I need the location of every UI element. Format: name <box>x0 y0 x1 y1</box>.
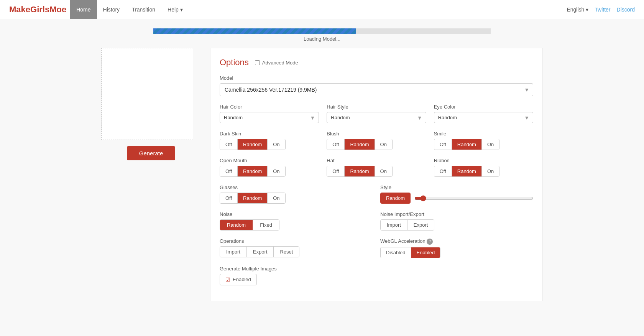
dark-skin-on-btn[interactable]: On <box>268 139 285 150</box>
progress-bar-container <box>153 28 491 34</box>
ops-webgl-row: Operations Import Export Reset WebGL Acc… <box>220 238 533 258</box>
ribbon-random-btn[interactable]: Random <box>452 166 482 176</box>
main-layout: Generate Options Advanced Mode Model Cam… <box>92 42 552 307</box>
style-control: Random <box>380 193 533 204</box>
webgl-field: WebGL Acceleration ? Disabled Enabled <box>380 238 533 258</box>
smile-random-btn[interactable]: Random <box>452 139 482 150</box>
glasses-toggle-group: Off Random On <box>220 193 286 204</box>
style-label: Style <box>380 184 533 190</box>
hair-style-label: Hair Style <box>327 104 426 110</box>
ribbon-field: Ribbon Off Random On <box>434 158 533 177</box>
dark-skin-field: Dark Skin Off Random On <box>220 131 319 150</box>
blush-toggle-group: Off Random On <box>327 139 393 150</box>
noise-toggle-group: Random Fixed <box>220 219 279 231</box>
nav-transition[interactable]: Transition <box>126 0 161 19</box>
operations-label: Operations <box>220 238 373 244</box>
ribbon-toggle-group: Off Random On <box>434 166 500 177</box>
nav-home[interactable]: Home <box>70 0 97 19</box>
noise-import-export-group: Import Export <box>380 219 434 231</box>
style-random-btn[interactable]: Random <box>380 193 411 204</box>
nav-history[interactable]: History <box>97 0 126 19</box>
ribbon-on-btn[interactable]: On <box>482 166 499 176</box>
dark-skin-off-btn[interactable]: Off <box>220 139 238 150</box>
webgl-help-icon[interactable]: ? <box>427 239 433 245</box>
discord-link[interactable]: Discord <box>617 7 635 13</box>
eye-color-field: Eye Color Random ▼ <box>434 104 533 123</box>
nav-help[interactable]: Help ▾ <box>161 0 189 19</box>
blush-label: Blush <box>327 131 426 137</box>
smile-off-btn[interactable]: Off <box>434 139 452 150</box>
smile-toggle-group: Off Random On <box>434 139 500 150</box>
style-field: Style Random <box>380 184 533 204</box>
open-mouth-on-btn[interactable]: On <box>268 166 285 176</box>
hair-color-field: Hair Color Random ▼ <box>220 104 319 123</box>
dark-skin-label: Dark Skin <box>220 131 319 137</box>
hair-style-select[interactable]: Random <box>327 112 426 123</box>
gen-multiple-label: Generate Multiple Images <box>220 266 533 272</box>
smile-field: Smile Off Random On <box>434 131 533 150</box>
twitter-link[interactable]: Twitter <box>595 7 610 13</box>
webgl-label: WebGL Acceleration ? <box>380 238 533 245</box>
eye-color-label: Eye Color <box>434 104 533 110</box>
noise-import-export-field: Noise Import/Export Import Export <box>380 211 533 231</box>
skin-blush-smile-row: Dark Skin Off Random On Blush Off Random… <box>220 131 533 150</box>
glasses-style-row: Glasses Off Random On Style Random <box>220 184 533 204</box>
hat-random-btn[interactable]: Random <box>345 166 375 176</box>
gen-multiple-btn[interactable]: ☑ Enabled <box>220 274 257 285</box>
open-mouth-off-btn[interactable]: Off <box>220 166 238 176</box>
check-icon: ☑ <box>225 277 230 283</box>
style-slider[interactable] <box>414 195 533 201</box>
noise-random-btn[interactable]: Random <box>220 220 253 230</box>
language-label: English <box>567 7 584 13</box>
generate-button[interactable]: Generate <box>127 146 176 160</box>
eye-color-dropdown-wrapper: Random ▼ <box>434 112 533 123</box>
glasses-random-btn[interactable]: Random <box>238 193 268 203</box>
hat-field: Hat Off Random On <box>327 158 426 177</box>
hat-label: Hat <box>327 158 426 163</box>
glasses-off-btn[interactable]: Off <box>220 193 238 203</box>
hair-style-field: Hair Style Random ▼ <box>327 104 426 123</box>
webgl-enabled-btn[interactable]: Enabled <box>411 247 440 258</box>
model-select[interactable]: Camellia 256x256 Ver.171219 (9.9MB) <box>220 83 533 96</box>
webgl-disabled-btn[interactable]: Disabled <box>381 247 411 258</box>
hat-off-btn[interactable]: Off <box>327 166 345 176</box>
blush-field: Blush Off Random On <box>327 131 426 150</box>
hair-color-select[interactable]: Random <box>220 112 319 123</box>
color-style-row: Hair Color Random ▼ Hair Style Random ▼ <box>220 104 533 123</box>
dark-skin-toggle-group: Off Random On <box>220 139 286 150</box>
dark-skin-random-btn[interactable]: Random <box>238 139 268 150</box>
noise-fixed-btn[interactable]: Fixed <box>253 220 279 230</box>
nav-links: Home History Transition Help ▾ <box>70 0 189 19</box>
blush-off-btn[interactable]: Off <box>327 139 345 150</box>
noise-export-btn[interactable]: Export <box>407 220 434 230</box>
model-select-wrapper: Camellia 256x256 Ver.171219 (9.9MB) ▼ <box>220 83 533 96</box>
open-mouth-toggle-group: Off Random On <box>220 166 286 177</box>
hat-on-btn[interactable]: On <box>375 166 392 176</box>
advanced-mode-toggle[interactable]: Advanced Mode <box>255 60 298 66</box>
loading-text: Loading Model... <box>0 36 644 42</box>
eye-color-select[interactable]: Random <box>434 112 533 123</box>
open-mouth-random-btn[interactable]: Random <box>238 166 268 176</box>
noise-import-btn[interactable]: Import <box>381 220 407 230</box>
noise-field: Noise Random Fixed <box>220 211 373 231</box>
webgl-toggle-group: Disabled Enabled <box>380 247 440 258</box>
left-panel: Generate <box>101 48 201 301</box>
noise-label: Noise <box>220 211 373 217</box>
advanced-mode-label: Advanced Mode <box>262 60 298 66</box>
options-panel: Options Advanced Mode Model Camellia 256… <box>210 48 543 301</box>
glasses-on-btn[interactable]: On <box>268 193 285 203</box>
operations-import-btn[interactable]: Import <box>220 247 247 257</box>
smile-on-btn[interactable]: On <box>482 139 499 150</box>
blush-random-btn[interactable]: Random <box>345 139 375 150</box>
mouth-hat-ribbon-row: Open Mouth Off Random On Hat Off Random … <box>220 158 533 177</box>
ribbon-off-btn[interactable]: Off <box>434 166 452 176</box>
brand-logo[interactable]: MakeGirlsMoe <box>9 5 66 15</box>
advanced-mode-checkbox[interactable] <box>255 60 260 65</box>
open-mouth-label: Open Mouth <box>220 158 319 163</box>
glasses-field: Glasses Off Random On <box>220 184 373 204</box>
language-selector[interactable]: English ▾ <box>567 7 588 13</box>
operations-export-btn[interactable]: Export <box>247 247 274 257</box>
blush-on-btn[interactable]: On <box>375 139 392 150</box>
operations-reset-btn[interactable]: Reset <box>274 247 299 257</box>
nav-right: English ▾ Twitter Discord <box>567 7 635 13</box>
